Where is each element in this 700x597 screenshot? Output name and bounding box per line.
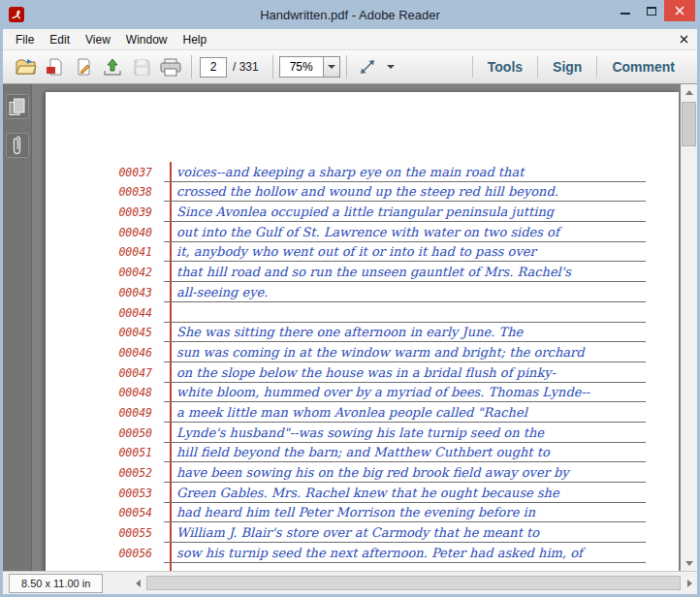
menu-window[interactable]: Window xyxy=(118,30,175,49)
vertical-scroll-thumb[interactable] xyxy=(682,102,696,146)
line-text: She was sitting there one afternoon in e… xyxy=(164,323,646,343)
vertical-scroll-track[interactable] xyxy=(681,100,697,555)
toolbar-separator xyxy=(191,55,192,79)
menu-file[interactable]: File xyxy=(8,30,42,49)
line-text: it, anybody who went out of it or into i… xyxy=(164,242,646,263)
print-button[interactable] xyxy=(156,53,185,80)
line-text: Green Gables. Mrs. Rachel knew that he o… xyxy=(164,483,646,503)
save-button[interactable] xyxy=(127,53,156,80)
maximize-icon xyxy=(647,7,656,16)
scroll-left-button[interactable] xyxy=(130,575,145,591)
tools-button[interactable]: Tools xyxy=(473,50,537,83)
chevron-down-icon xyxy=(328,65,335,69)
doc-line: 00044 xyxy=(46,302,679,323)
window-controls xyxy=(612,0,695,21)
line-number: 00048 xyxy=(46,386,164,402)
create-pdf-button[interactable] xyxy=(40,53,69,80)
doc-line: 00037voices--and keeping a sharp eye on … xyxy=(46,162,679,182)
paperclip-icon xyxy=(12,135,22,156)
line-number: 00045 xyxy=(46,326,164,342)
close-document-button[interactable] xyxy=(680,35,688,44)
scroll-up-button[interactable] xyxy=(681,84,697,100)
comment-button[interactable]: Comment xyxy=(597,50,689,83)
share-icon xyxy=(103,58,122,77)
document-area[interactable]: 00037voices--and keeping a sharp eye on … xyxy=(32,84,681,571)
arrow-left-icon xyxy=(136,580,141,587)
arrow-down-icon xyxy=(685,561,693,566)
line-number: 00053 xyxy=(46,487,164,503)
doc-line: 00054had heard him tell Peter Morrison t… xyxy=(46,503,679,523)
pdf-page: 00037voices--and keeping a sharp eye on … xyxy=(46,92,679,571)
attachments-button[interactable] xyxy=(6,133,29,158)
doc-line: 00041it, anybody who went out of it or i… xyxy=(46,242,679,263)
doc-line: 00056sow his turnip seed the next aftern… xyxy=(46,543,679,563)
create-pdf-icon xyxy=(46,58,64,77)
page-thumbnails-icon xyxy=(9,98,25,116)
vertical-scrollbar[interactable] xyxy=(681,84,697,571)
print-icon xyxy=(160,58,181,77)
line-text: that hill road and so run the unseen gau… xyxy=(164,262,646,282)
scroll-right-button[interactable] xyxy=(682,575,697,591)
menu-help[interactable]: Help xyxy=(175,30,215,49)
window-title: Handwritten.pdf - Adobe Reader xyxy=(3,8,697,22)
open-button[interactable] xyxy=(11,53,40,80)
menu-view[interactable]: View xyxy=(78,30,118,49)
horizontal-scroll-track[interactable] xyxy=(145,575,682,591)
line-text: hill field beyond the barn; and Matthew … xyxy=(164,443,646,463)
menu-edit[interactable]: Edit xyxy=(42,30,78,49)
close-document-icon xyxy=(680,35,688,44)
zoom-level[interactable]: 75% xyxy=(279,56,324,78)
doc-line: 00052have been sowing his on the big red… xyxy=(46,462,679,483)
toolbar-more-button[interactable] xyxy=(382,53,399,80)
titlebar[interactable]: Handwritten.pdf - Adobe Reader xyxy=(3,0,697,29)
horizontal-scrollbar[interactable] xyxy=(130,575,697,591)
main-area: 00037voices--and keeping a sharp eye on … xyxy=(3,84,697,571)
zoom-dropdown-button[interactable] xyxy=(324,56,340,78)
scroll-down-button[interactable] xyxy=(681,555,697,571)
share-button[interactable] xyxy=(98,53,127,80)
line-text: have been sowing his on the big red broo… xyxy=(164,462,646,483)
line-text: Lynde's husband"--was sowing his late tu… xyxy=(164,423,646,443)
adobe-reader-window: Handwritten.pdf - Adobe Reader File Edit… xyxy=(0,0,700,597)
doc-line: 00039Since Avonlea occupied a little tri… xyxy=(46,202,679,222)
toolbar-separator xyxy=(272,55,273,79)
line-number: 00043 xyxy=(46,286,164,302)
navigation-pane-strip xyxy=(3,84,32,571)
line-text: had heard him tell Peter Morrison the ev… xyxy=(164,503,646,523)
maximize-button[interactable] xyxy=(638,0,664,21)
line-number: 00056 xyxy=(46,547,164,563)
chevron-down-icon xyxy=(387,65,395,69)
doc-line: 00045She was sitting there one afternoon… xyxy=(46,323,679,343)
line-number: 00049 xyxy=(46,406,164,423)
line-text: on the slope below the house was in a br… xyxy=(164,362,646,383)
line-text: white bloom, hummed over by a myriad of … xyxy=(164,383,646,403)
line-number: 00054 xyxy=(46,506,164,522)
doc-line: 00049a meek little man whom Avonlea peop… xyxy=(46,402,679,423)
line-text: crossed the hollow and wound up the stee… xyxy=(164,182,646,203)
line-number: 00047 xyxy=(46,366,164,383)
line-text: Since Avonlea occupied a little triangul… xyxy=(164,202,646,222)
minimize-button[interactable] xyxy=(612,0,638,21)
page-number-input[interactable] xyxy=(200,57,227,78)
doc-line: 00043all-seeing eye. xyxy=(46,282,679,302)
line-number: 00051 xyxy=(46,446,164,462)
line-number: 00038 xyxy=(46,185,164,202)
close-button[interactable] xyxy=(664,0,695,21)
line-number: 00046 xyxy=(46,346,164,362)
line-text: a meek little man whom Avonlea people ca… xyxy=(164,402,646,423)
open-icon xyxy=(15,58,37,77)
toolbar: / 331 75% Tools Sign Comment xyxy=(3,50,697,84)
panel-buttons: Tools Sign Comment xyxy=(472,50,689,83)
dynamic-zoom-button[interactable] xyxy=(353,53,382,80)
doc-line: 00053Green Gables. Mrs. Rachel knew that… xyxy=(46,483,679,503)
line-number: 00039 xyxy=(46,205,164,222)
page-size-indicator: 8.50 x 11.00 in xyxy=(9,574,103,593)
horizontal-scroll-thumb[interactable] xyxy=(146,576,681,590)
line-number: 00041 xyxy=(46,245,164,262)
doc-line: 00040out into the Gulf of St. Lawrence w… xyxy=(46,222,679,242)
sign-button[interactable]: Sign xyxy=(538,50,596,83)
fill-sign-button[interactable] xyxy=(69,53,98,80)
page-thumbnails-button[interactable] xyxy=(6,94,29,119)
close-icon xyxy=(675,6,684,16)
line-text xyxy=(164,302,646,323)
